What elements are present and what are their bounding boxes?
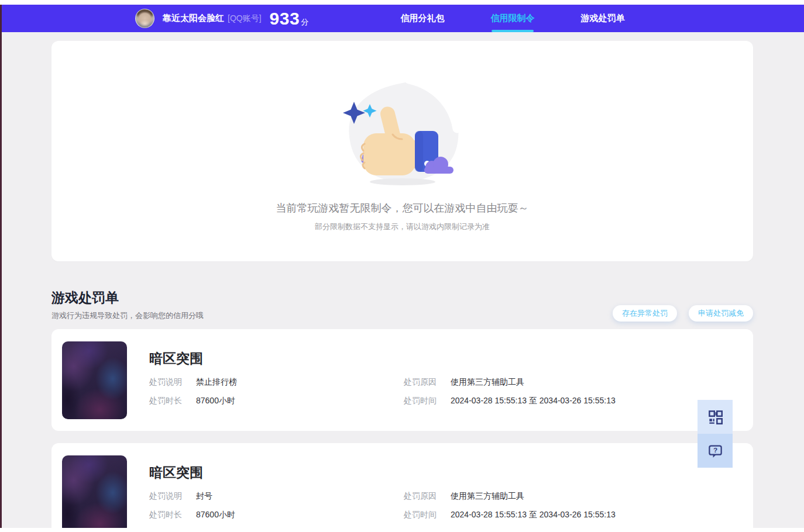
credit-score: 933 分 <box>270 9 309 29</box>
credit-score-value: 933 <box>270 9 300 29</box>
penalty-card: 暗区突围 处罚说明封号 处罚原因使用第三方辅助工具 处罚时长87600小时 处罚… <box>51 443 753 532</box>
penalty-description-field: 处罚说明禁止排行榜 <box>149 377 237 388</box>
restriction-data-note: 部分限制数据不支持显示，请以游戏内限制记录为准 <box>51 222 753 232</box>
field-label: 处罚时长 <box>149 510 182 520</box>
no-restriction-message: 当前常玩游戏暂无限制令，您可以在游戏中自由玩耍～ <box>51 201 753 215</box>
tab-credit-restriction[interactable]: 信用限制令 <box>468 5 558 32</box>
account-type-label: [QQ账号] <box>228 13 262 24</box>
window-left-edge <box>0 5 2 528</box>
header-nav-tabs: 信用分礼包 信用限制令 游戏处罚单 <box>377 5 648 32</box>
penalty-duration-field: 处罚时长87600小时 <box>149 396 235 406</box>
field-label: 处罚说明 <box>149 377 182 388</box>
penalty-reason-field: 处罚原因使用第三方辅助工具 <box>404 491 524 502</box>
penalty-time-field: 处罚时间2024-03-28 15:55:13 至 2034-03-26 15:… <box>404 510 616 520</box>
credit-header-bar: 靠近太阳会脸红 [QQ账号] 933 分 信用分礼包 信用限制令 游戏处罚单 <box>0 5 804 32</box>
abnormal-penalty-button[interactable]: 存在异常处罚 <box>613 305 677 322</box>
penalty-duration-field: 处罚时长87600小时 <box>149 510 235 520</box>
thumbs-up-illustration-icon <box>341 76 464 187</box>
field-value: 2024-03-28 15:55:13 至 2034-03-26 15:55:1… <box>451 396 616 405</box>
field-value: 使用第三方辅助工具 <box>451 377 524 386</box>
penalty-section-title: 游戏处罚单 <box>51 289 119 307</box>
help-bubble-icon: ? <box>707 443 723 459</box>
window-top-edge <box>0 0 804 5</box>
field-value: 2024-03-28 15:55:13 至 2034-03-26 15:55:1… <box>451 510 616 519</box>
game-cover-art <box>62 341 127 419</box>
field-value: 87600小时 <box>196 510 235 519</box>
tab-label: 游戏处罚单 <box>581 13 625 24</box>
game-title: 暗区突围 <box>149 465 203 481</box>
field-label: 处罚时间 <box>404 396 437 406</box>
field-value: 使用第三方辅助工具 <box>451 491 524 500</box>
tab-label: 信用限制令 <box>491 13 535 24</box>
qr-code-icon <box>707 409 723 425</box>
field-value: 禁止排行榜 <box>196 377 237 386</box>
apply-penalty-reduction-button[interactable]: 申请处罚减免 <box>689 305 753 322</box>
user-avatar <box>135 9 154 28</box>
active-tab-underline <box>492 30 534 32</box>
penalty-card: 暗区突围 处罚说明禁止排行榜 处罚原因使用第三方辅助工具 处罚时长87600小时… <box>51 329 753 431</box>
credit-score-unit: 分 <box>301 17 308 27</box>
tab-label: 信用分礼包 <box>401 13 445 24</box>
field-label: 处罚说明 <box>149 491 182 502</box>
field-value: 87600小时 <box>196 396 235 405</box>
game-cover-art <box>62 455 127 532</box>
penalty-time-field: 处罚时间2024-03-28 15:55:13 至 2034-03-26 15:… <box>404 396 616 406</box>
svg-text:?: ? <box>713 445 717 454</box>
penalty-reason-field: 处罚原因使用第三方辅助工具 <box>404 377 524 388</box>
user-summary: 靠近太阳会脸红 [QQ账号] 933 分 <box>135 5 308 32</box>
field-label: 处罚时长 <box>149 396 182 406</box>
penalty-description-field: 处罚说明封号 <box>149 491 212 502</box>
field-label: 处罚原因 <box>404 377 437 388</box>
penalty-section-subtitle: 游戏行为违规导致处罚，会影响您的信用分哦 <box>51 310 204 321</box>
field-label: 处罚原因 <box>404 491 437 502</box>
restriction-empty-state-card: 当前常玩游戏暂无限制令，您可以在游戏中自由玩耍～ 部分限制数据不支持显示，请以游… <box>51 41 753 261</box>
floating-side-widget: ? <box>698 400 733 468</box>
game-title: 暗区突围 <box>149 351 203 367</box>
help-feedback-button[interactable]: ? <box>698 434 733 468</box>
field-label: 处罚时间 <box>404 510 437 520</box>
window-bottom-edge <box>0 528 804 532</box>
tab-game-penalty[interactable]: 游戏处罚单 <box>558 5 648 32</box>
username: 靠近太阳会脸红 <box>163 13 224 24</box>
qr-code-button[interactable] <box>698 400 733 434</box>
field-value: 封号 <box>196 491 212 500</box>
tab-credit-gift-pack[interactable]: 信用分礼包 <box>377 5 468 32</box>
